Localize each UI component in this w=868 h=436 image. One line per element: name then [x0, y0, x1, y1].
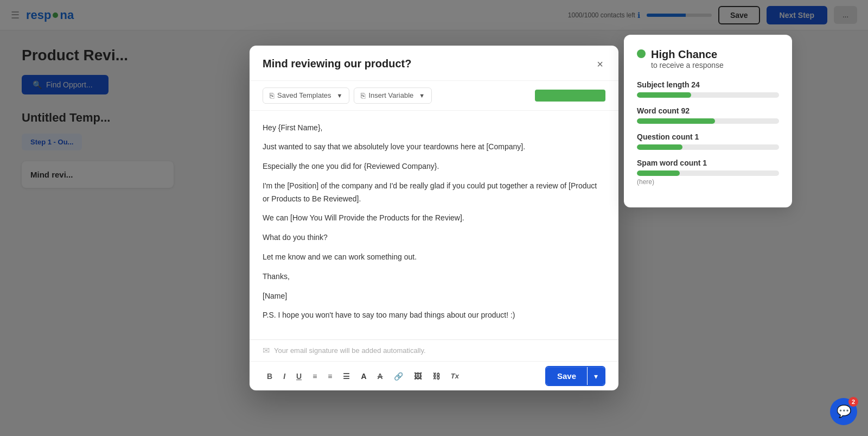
- modal-close-button[interactable]: ×: [595, 56, 605, 72]
- metric-spam-count: Spam word count 1 (here): [637, 159, 779, 186]
- saved-templates-label: Saved Templates: [277, 91, 331, 99]
- analytics-panel: High Chance to receive a response Subjec…: [624, 35, 792, 207]
- image-button[interactable]: 🖼: [410, 369, 426, 383]
- metric-spam-bar-bg: [637, 170, 779, 176]
- list-button[interactable]: ☰: [339, 369, 354, 383]
- insert-variable-dropdown[interactable]: ⎘ Insert Variable ▼: [354, 87, 432, 104]
- metric-question-bar-bg: [637, 144, 779, 150]
- email-modal: Mind reviewing our product? × ⎘ Saved Te…: [250, 46, 618, 391]
- body-line-2: Just wanted to say that we absolutely lo…: [263, 141, 605, 154]
- body-line-8: Thanks,: [263, 270, 605, 283]
- metric-spam-note: (here): [637, 178, 779, 186]
- save-button-group: Save ▾: [545, 366, 605, 386]
- metric-spam-bar-fill: [637, 170, 680, 176]
- align-right-button[interactable]: ≡: [323, 369, 336, 383]
- email-signature-area: ✉ Your email signature will be added aut…: [250, 339, 618, 361]
- green-dot-icon: [637, 49, 646, 58]
- analytics-subtitle: to receive a response: [651, 61, 724, 69]
- analytics-title: High Chance: [651, 48, 724, 61]
- analytics-title-group: High Chance to receive a response: [651, 48, 724, 69]
- signature-text: Your email signature will be added autom…: [274, 346, 426, 355]
- insert-variable-label: Insert Variable: [368, 91, 413, 99]
- modal-header: Mind reviewing our product? ×: [250, 46, 618, 81]
- chat-icon: 💬: [837, 405, 851, 419]
- bold-button[interactable]: B: [263, 369, 277, 383]
- body-line-1: Hey {First Name},: [263, 122, 605, 135]
- metric-subject-bar-fill: [637, 92, 691, 98]
- font-color-button[interactable]: A: [356, 369, 371, 383]
- metric-subject-length: Subject length 24: [637, 80, 779, 98]
- save-dropdown-button[interactable]: ▾: [588, 367, 604, 385]
- metric-subject-bar-bg: [637, 92, 779, 98]
- body-line-5: We can [How You Will Provide the Product…: [263, 212, 605, 225]
- metric-word-count: Word count 92: [637, 106, 779, 124]
- metric-question-count: Question count 1: [637, 132, 779, 150]
- chevron-down-icon-2: ▼: [419, 92, 425, 99]
- body-line-3: Especially the one you did for {Reviewed…: [263, 160, 605, 173]
- save-button[interactable]: Save: [546, 367, 587, 385]
- format-toolbar: B I U ≡ ≡ ☰ A A 🔗 🖼 ⛓ Tx Save ▾: [250, 361, 618, 390]
- metric-question-bar-fill: [637, 144, 682, 150]
- metric-subject-label: Subject length 24: [637, 80, 779, 89]
- align-left-button[interactable]: ≡: [308, 369, 321, 383]
- modal-title: Mind reviewing our product?: [263, 58, 411, 70]
- body-line-6: What do you think?: [263, 231, 605, 244]
- body-line-7: Let me know and we can work something ou…: [263, 251, 605, 264]
- italic-button[interactable]: I: [279, 369, 290, 383]
- metric-word-bar-fill: [637, 118, 715, 124]
- embed-button[interactable]: ⛓: [428, 369, 444, 383]
- modal-body[interactable]: Hey {First Name}, Just wanted to say tha…: [250, 111, 618, 340]
- link-button[interactable]: 🔗: [390, 369, 407, 383]
- chevron-down-icon: ▼: [337, 92, 343, 99]
- analytics-header: High Chance to receive a response: [637, 48, 779, 69]
- subject-strength-bar: [535, 90, 605, 102]
- body-line-9: [Name]: [263, 290, 605, 303]
- font-strikethrough-button[interactable]: A: [373, 369, 387, 383]
- metric-word-bar-bg: [637, 118, 779, 124]
- template-icon: ⎘: [270, 91, 274, 100]
- underline-button[interactable]: U: [292, 369, 306, 383]
- saved-templates-dropdown[interactable]: ⎘ Saved Templates ▼: [263, 87, 349, 104]
- clear-format-button[interactable]: Tx: [446, 369, 463, 383]
- chat-badge: 2: [848, 397, 858, 407]
- chat-bubble[interactable]: 💬 2: [830, 398, 857, 425]
- body-line-4: I'm the [Position] of the company and I'…: [263, 180, 605, 206]
- signature-icon: ✉: [263, 345, 270, 356]
- modal-toolbar: ⎘ Saved Templates ▼ ⎘ Insert Variable ▼: [250, 81, 618, 111]
- metric-word-label: Word count 92: [637, 106, 779, 115]
- body-line-10: P.S. I hope you won't have to say too ma…: [263, 309, 605, 323]
- variable-icon: ⎘: [361, 91, 365, 100]
- metric-spam-label: Spam word count 1: [637, 159, 779, 167]
- metric-question-label: Question count 1: [637, 132, 779, 141]
